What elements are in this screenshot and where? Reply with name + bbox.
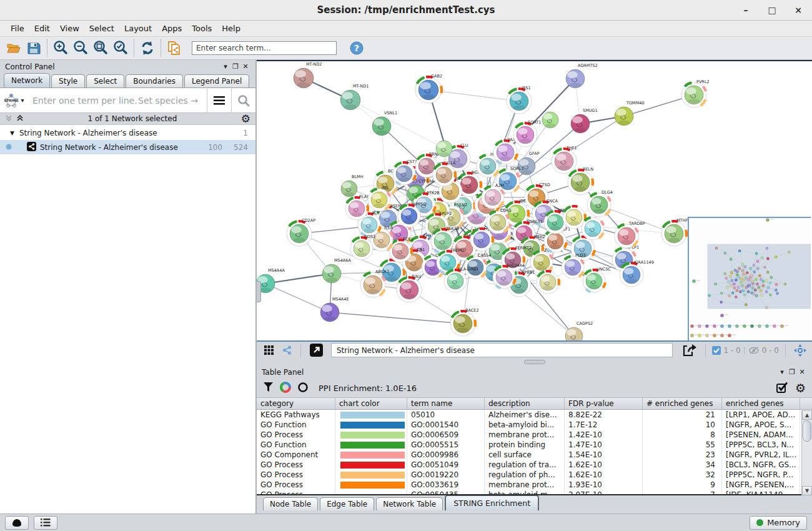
- zoom-fit-icon[interactable]: [91, 39, 111, 57]
- detach-view-icon[interactable]: [307, 341, 325, 360]
- table-row[interactable]: GO FunctionGO:0001540beta-amyloid bi...1…: [257, 420, 812, 430]
- expand-all-icon[interactable]: [16, 114, 24, 124]
- panel-close-icon[interactable]: ✕: [240, 62, 250, 71]
- table-row[interactable]: GO ProcessGO:0006509membrane prot...1.42…: [257, 430, 812, 440]
- share-view-icon[interactable]: [279, 341, 294, 360]
- menu-tools[interactable]: Tools: [187, 22, 216, 35]
- tab-network[interactable]: Network: [4, 73, 50, 87]
- table-panel-menu-icon[interactable]: ▾: [777, 368, 787, 376]
- memory-button[interactable]: Memory: [750, 516, 807, 530]
- export-network-icon[interactable]: [680, 341, 699, 360]
- node-CADPS2[interactable]: CADPS2: [565, 321, 593, 340]
- panel-float-icon[interactable]: ❐: [230, 62, 240, 71]
- ring-chart-icon[interactable]: [297, 382, 309, 395]
- maximize-button[interactable]: □: [767, 5, 777, 15]
- column-header-category[interactable]: category: [257, 398, 335, 409]
- menu-file[interactable]: File: [6, 22, 29, 35]
- refresh-icon[interactable]: [137, 39, 157, 57]
- menu-edit[interactable]: Edit: [30, 22, 54, 35]
- node-SMUG1[interactable]: SMUG1: [571, 108, 598, 133]
- node[interactable]: [582, 217, 604, 240]
- column-header--enriched-genes[interactable]: # enriched genes: [643, 398, 722, 409]
- node-MS4A4E[interactable]: MS4A4E: [320, 297, 349, 322]
- menu-view[interactable]: View: [56, 22, 84, 35]
- node-UNC5C[interactable]: UNC5C: [583, 267, 611, 292]
- welcome-screen-button[interactable]: [5, 516, 29, 530]
- table-row[interactable]: KEGG Pathways05010Alzheimer's dise...8.8…: [257, 410, 812, 420]
- network-canvas[interactable]: MT-ND2MT-ND1VSNL1GAB2IRS1ADAMTS2PVRL2SMU…: [257, 60, 812, 340]
- table-scrollbar[interactable]: ▲ ▼: [801, 410, 812, 495]
- node[interactable]: [542, 112, 558, 128]
- scroll-thumb[interactable]: [803, 420, 811, 442]
- table-row[interactable]: GO ProcessGO:0051049regulation of tra...…: [257, 460, 812, 470]
- grid-view-icon[interactable]: [260, 341, 277, 360]
- select-columns-icon[interactable]: [776, 382, 789, 395]
- node-A2M[interactable]: A2M: [482, 183, 504, 209]
- node-SORT1[interactable]: SORT1: [513, 120, 541, 147]
- pie-chart-icon[interactable]: [280, 382, 291, 395]
- birdseye-toggle-icon[interactable]: [792, 341, 808, 360]
- column-header-FDR-p-value[interactable]: FDR p-value: [565, 398, 643, 409]
- node-PHF1[interactable]: PHF1: [552, 146, 577, 174]
- table-row[interactable]: GO ComponentGO:0009986cell surface1.54E-…: [257, 450, 812, 460]
- node-ADAMTS2[interactable]: ADAMTS2: [566, 63, 598, 88]
- menu-layout[interactable]: Layout: [120, 22, 156, 35]
- tab-boundaries[interactable]: Boundaries: [126, 74, 183, 87]
- table-row[interactable]: GO ProcessGO:0033619membrane prot...1.93…: [257, 480, 812, 490]
- node-PLD3[interactable]: PLD3: [562, 253, 586, 279]
- zoom-selected-icon[interactable]: [111, 39, 131, 57]
- node-KIAA1149[interactable]: KIAA1149: [620, 260, 654, 287]
- scroll-down-arrow[interactable]: ▼: [802, 486, 812, 495]
- zoom-in-icon[interactable]: [51, 39, 71, 57]
- network-row-selected[interactable]: String Network - Alzheimer's disease 100…: [0, 140, 255, 154]
- node-PVRL2[interactable]: PVRL2: [681, 79, 710, 107]
- column-header-enriched-genes[interactable]: enriched genes: [722, 398, 800, 409]
- column-header-description[interactable]: description: [485, 398, 565, 409]
- network-collection-row[interactable]: ▼ String Network - Alzheimer's disease 1: [0, 126, 255, 140]
- scroll-up-arrow[interactable]: ▲: [802, 410, 812, 420]
- node-VSNL1[interactable]: VSNL1: [372, 111, 397, 136]
- tab-legend-panel[interactable]: Legend Panel: [184, 74, 249, 87]
- term-input[interactable]: Enter one term per line.: [27, 96, 138, 106]
- node-MS4A6A[interactable]: MS4A6A: [322, 258, 351, 283]
- string-app-selector[interactable]: STRING ▾: [0, 92, 27, 109]
- save-icon[interactable]: [24, 39, 44, 57]
- clone-network-icon[interactable]: [164, 39, 184, 57]
- tab-style[interactable]: Style: [51, 74, 85, 87]
- tab-select[interactable]: Select: [86, 74, 124, 87]
- network-options-gear-icon[interactable]: ⚙: [241, 114, 250, 124]
- node-TARDBP[interactable]: TARDBP: [615, 221, 645, 248]
- menu-help[interactable]: Help: [217, 22, 245, 35]
- table-row[interactable]: GO ProcessGO:0050435beta-amyloid m...2.0…: [257, 490, 812, 495]
- node[interactable]: [436, 141, 452, 157]
- node-HLA-DRB1[interactable]: HLA-DRB1: [444, 267, 478, 292]
- splitter-handle[interactable]: [257, 281, 261, 302]
- node-DLG4[interactable]: DLG4: [587, 190, 613, 217]
- table-panel-float-icon[interactable]: ❐: [787, 368, 797, 376]
- node-BACE2[interactable]: BACE2: [450, 308, 479, 336]
- node-ABCA7[interactable]: ABCA7: [360, 269, 389, 297]
- node-GAB2[interactable]: GAB2: [415, 74, 442, 103]
- close-button[interactable]: ×: [793, 5, 803, 15]
- open-file-icon[interactable]: [4, 39, 24, 57]
- set-species-link[interactable]: Set species →: [138, 96, 207, 106]
- node-MT-ND1[interactable]: MT-ND1: [340, 84, 369, 110]
- node-INS[interactable]: INS: [368, 186, 390, 211]
- zoom-out-icon[interactable]: [71, 39, 91, 57]
- node[interactable]: [537, 271, 559, 294]
- node-BLMH[interactable]: BLMH: [341, 174, 364, 197]
- node-TOMM40[interactable]: TOMM40: [615, 101, 645, 126]
- table-panel-close-icon[interactable]: ✕: [797, 368, 807, 376]
- search-options-icon[interactable]: [207, 88, 231, 113]
- panel-menu-icon[interactable]: ▾: [220, 62, 230, 71]
- tab-node-table[interactable]: Node Table: [263, 497, 318, 510]
- task-history-button[interactable]: [34, 516, 57, 530]
- tab-string-enrichment[interactable]: STRING Enrichment: [445, 495, 539, 510]
- column-header-term-name[interactable]: term name: [407, 398, 485, 409]
- node-CD2AP[interactable]: CD2AP: [287, 218, 315, 246]
- table-row[interactable]: GO FunctionGO:0005515protein binding1.47…: [257, 440, 812, 450]
- collapse-triangle-icon[interactable]: ▼: [0, 130, 19, 136]
- panel-divider-handle[interactable]: [524, 360, 545, 364]
- filter-icon[interactable]: [263, 382, 274, 394]
- birdseye-overview[interactable]: [688, 217, 811, 340]
